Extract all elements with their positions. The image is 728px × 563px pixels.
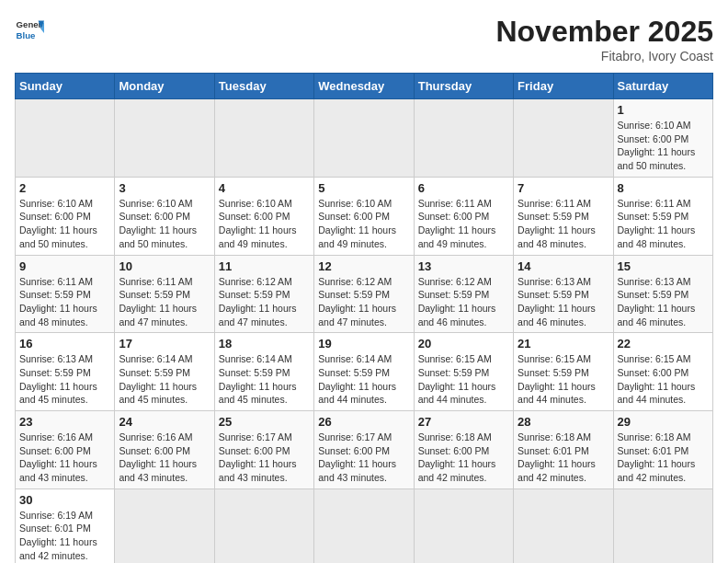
weekday-header-cell: Wednesday [314,74,414,99]
calendar-cell [115,488,214,563]
weekday-header-cell: Saturday [613,74,712,99]
calendar-body: 1Sunrise: 6:10 AMSunset: 6:00 PMDaylight… [16,99,713,564]
calendar-cell [314,488,414,563]
day-info: Sunrise: 6:16 AMSunset: 6:00 PMDaylight:… [19,431,110,485]
day-info: Sunrise: 6:14 AMSunset: 5:59 PMDaylight:… [119,352,210,407]
weekday-header-row: SundayMondayTuesdayWednesdayThursdayFrid… [16,74,713,99]
weekday-header-cell: Thursday [414,74,513,99]
day-number: 26 [318,415,409,429]
weekday-header-cell: Friday [514,74,613,99]
day-number: 15 [618,259,709,273]
calendar-week-row: 30Sunrise: 6:19 AMSunset: 6:01 PMDayligh… [16,488,713,563]
calendar-cell: 29Sunrise: 6:18 AMSunset: 6:01 PMDayligh… [613,411,712,489]
calendar-cell: 19Sunrise: 6:14 AMSunset: 5:59 PMDayligh… [314,333,414,411]
calendar-cell [414,99,513,178]
day-number: 14 [518,259,609,273]
calendar-cell: 4Sunrise: 6:10 AMSunset: 6:00 PMDaylight… [214,177,313,255]
day-info: Sunrise: 6:11 AMSunset: 5:59 PMDaylight:… [119,275,210,329]
day-info: Sunrise: 6:17 AMSunset: 6:00 PMDaylight:… [318,431,409,485]
calendar-cell: 3Sunrise: 6:10 AMSunset: 6:00 PMDaylight… [115,177,214,255]
calendar-cell: 6Sunrise: 6:11 AMSunset: 6:00 PMDaylight… [414,177,513,255]
day-info: Sunrise: 6:12 AMSunset: 5:59 PMDaylight:… [418,275,509,329]
day-number: 5 [318,181,409,195]
calendar-cell: 28Sunrise: 6:18 AMSunset: 6:01 PMDayligh… [514,411,613,489]
day-info: Sunrise: 6:19 AMSunset: 6:01 PMDaylight:… [19,509,110,563]
day-number: 21 [518,337,609,350]
day-info: Sunrise: 6:13 AMSunset: 5:59 PMDaylight:… [618,275,709,329]
day-info: Sunrise: 6:11 AMSunset: 5:59 PMDaylight:… [618,197,709,251]
day-info: Sunrise: 6:10 AMSunset: 6:00 PMDaylight:… [318,197,409,251]
calendar-cell [214,488,313,563]
calendar-cell: 7Sunrise: 6:11 AMSunset: 5:59 PMDaylight… [514,177,613,255]
calendar-cell [214,99,313,178]
calendar-cell: 27Sunrise: 6:18 AMSunset: 6:00 PMDayligh… [414,411,513,489]
calendar-cell: 14Sunrise: 6:13 AMSunset: 5:59 PMDayligh… [514,255,613,333]
logo: General Blue [15,15,44,44]
calendar-cell: 16Sunrise: 6:13 AMSunset: 5:59 PMDayligh… [16,333,115,411]
day-info: Sunrise: 6:18 AMSunset: 6:01 PMDaylight:… [518,431,609,485]
calendar-cell [414,488,513,563]
calendar-week-row: 23Sunrise: 6:16 AMSunset: 6:00 PMDayligh… [16,411,713,489]
calendar-cell: 23Sunrise: 6:16 AMSunset: 6:00 PMDayligh… [16,411,115,489]
day-number: 28 [518,415,609,429]
calendar-cell: 13Sunrise: 6:12 AMSunset: 5:59 PMDayligh… [414,255,513,333]
day-info: Sunrise: 6:15 AMSunset: 5:59 PMDaylight:… [518,352,609,407]
calendar-cell: 10Sunrise: 6:11 AMSunset: 5:59 PMDayligh… [115,255,214,333]
calendar-cell: 8Sunrise: 6:11 AMSunset: 5:59 PMDaylight… [613,177,712,255]
day-number: 13 [418,259,509,273]
weekday-header-cell: Monday [115,74,214,99]
calendar-cell: 15Sunrise: 6:13 AMSunset: 5:59 PMDayligh… [613,255,712,333]
day-info: Sunrise: 6:13 AMSunset: 5:59 PMDaylight:… [19,352,110,407]
day-info: Sunrise: 6:13 AMSunset: 5:59 PMDaylight:… [518,275,609,329]
calendar-cell: 26Sunrise: 6:17 AMSunset: 6:00 PMDayligh… [314,411,414,489]
day-number: 27 [418,415,509,429]
day-info: Sunrise: 6:14 AMSunset: 5:59 PMDaylight:… [219,352,310,407]
calendar-cell: 21Sunrise: 6:15 AMSunset: 5:59 PMDayligh… [514,333,613,411]
day-number: 17 [119,337,210,350]
calendar-cell: 1Sunrise: 6:10 AMSunset: 6:00 PMDaylight… [613,99,712,178]
day-info: Sunrise: 6:12 AMSunset: 5:59 PMDaylight:… [219,275,310,329]
day-number: 3 [119,181,210,195]
day-number: 25 [219,415,310,429]
day-number: 29 [618,415,709,429]
calendar-cell [514,488,613,563]
day-info: Sunrise: 6:11 AMSunset: 5:59 PMDaylight:… [19,275,110,329]
calendar-week-row: 16Sunrise: 6:13 AMSunset: 5:59 PMDayligh… [16,333,713,411]
day-number: 23 [19,415,110,429]
day-number: 2 [19,181,110,195]
day-info: Sunrise: 6:15 AMSunset: 5:59 PMDaylight:… [418,352,509,407]
day-number: 10 [119,259,210,273]
day-number: 24 [119,415,210,429]
day-number: 1 [618,103,709,117]
day-number: 30 [19,493,110,507]
header: General Blue November 2025 Fitabro, Ivor… [15,15,713,63]
day-info: Sunrise: 6:11 AMSunset: 6:00 PMDaylight:… [418,197,509,251]
day-number: 7 [518,181,609,195]
calendar-week-row: 9Sunrise: 6:11 AMSunset: 5:59 PMDaylight… [16,255,713,333]
day-number: 11 [219,259,310,273]
calendar-week-row: 2Sunrise: 6:10 AMSunset: 6:00 PMDaylight… [16,177,713,255]
calendar-table: SundayMondayTuesdayWednesdayThursdayFrid… [15,73,713,563]
weekday-header-cell: Sunday [16,74,115,99]
day-info: Sunrise: 6:18 AMSunset: 6:01 PMDaylight:… [618,431,709,485]
calendar-cell: 2Sunrise: 6:10 AMSunset: 6:00 PMDaylight… [16,177,115,255]
day-info: Sunrise: 6:12 AMSunset: 5:59 PMDaylight:… [318,275,409,329]
svg-text:Blue: Blue [17,30,36,40]
calendar-cell: 22Sunrise: 6:15 AMSunset: 6:00 PMDayligh… [613,333,712,411]
day-number: 6 [418,181,509,195]
calendar-week-row: 1Sunrise: 6:10 AMSunset: 6:00 PMDaylight… [16,99,713,178]
day-number: 9 [19,259,110,273]
calendar-cell: 24Sunrise: 6:16 AMSunset: 6:00 PMDayligh… [115,411,214,489]
calendar-cell: 11Sunrise: 6:12 AMSunset: 5:59 PMDayligh… [214,255,313,333]
day-number: 20 [418,337,509,350]
calendar-cell [16,99,115,178]
calendar-cell: 30Sunrise: 6:19 AMSunset: 6:01 PMDayligh… [16,488,115,563]
day-info: Sunrise: 6:15 AMSunset: 6:00 PMDaylight:… [618,352,709,407]
calendar-cell: 17Sunrise: 6:14 AMSunset: 5:59 PMDayligh… [115,333,214,411]
calendar-cell: 25Sunrise: 6:17 AMSunset: 6:00 PMDayligh… [214,411,313,489]
calendar-cell [115,99,214,178]
day-info: Sunrise: 6:17 AMSunset: 6:00 PMDaylight:… [219,431,310,485]
calendar-cell [514,99,613,178]
day-info: Sunrise: 6:10 AMSunset: 6:00 PMDaylight:… [618,119,709,173]
day-info: Sunrise: 6:10 AMSunset: 6:00 PMDaylight:… [19,197,110,251]
